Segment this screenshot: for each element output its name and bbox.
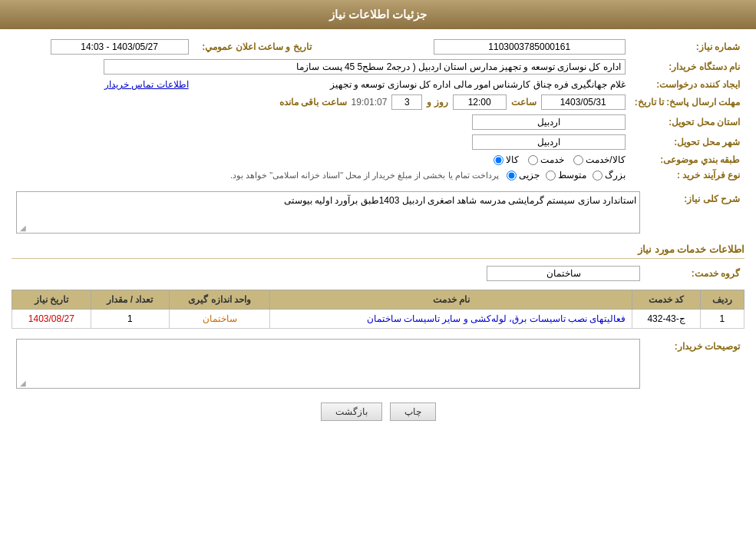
- row-shomara: شماره نياز: 1103003785000161 تاريخ و ساع…: [12, 37, 744, 57]
- cell-vahed_andazegiri: ساختمان: [170, 310, 270, 329]
- info-table: شماره نياز: 1103003785000161 تاريخ و ساع…: [12, 37, 744, 183]
- radio-motevasset-label: متوسط: [558, 170, 586, 181]
- resize-handle[interactable]: ◢: [18, 224, 26, 231]
- cell-nam_khedmat: فعاليتهای نصب تاسيسات برق، لوله‌کشی و سا…: [270, 310, 632, 329]
- radio-kala-khedmat[interactable]: کالا/خدمت: [573, 154, 625, 165]
- ijad-konande-value-cell: غلام جهانگيری فره چناق کارشناس امور مالی…: [193, 77, 630, 92]
- baqi-mande-display: 19:01:07: [352, 97, 388, 108]
- sharh-table: شرح کلی نياز: استاندارد سازی سيستم گرماي…: [12, 189, 744, 236]
- col-tarikh-niaz: تاريخ نياز: [12, 290, 91, 310]
- radio-jozii[interactable]: جزيی: [507, 170, 540, 181]
- col-radif: رديف: [700, 290, 744, 310]
- shahr-tahvil-label: شهر محل تحويل:: [630, 132, 744, 152]
- cell-tarikh_niaz: 1403/08/27: [12, 310, 91, 329]
- mohlat-value-cell: 1403/05/31 ساعت 12:00 روز و 3 19:01:07 س…: [12, 92, 630, 112]
- shomara-niaz-label: شماره نياز:: [630, 37, 744, 57]
- noe-radio-group: بزرگ متوسط جزيی: [507, 170, 626, 181]
- col-nam-khedmat: نام خدمت: [270, 290, 632, 310]
- nam-dastgah-value-cell: اداره کل نوسازی توسعه و تجهيز مدارس استا…: [12, 57, 630, 77]
- print-button[interactable]: چاپ: [390, 403, 436, 421]
- table-row: 1ج-43-432فعاليتهای نصب تاسيسات برق، لوله…: [12, 310, 744, 329]
- sharh-container: استاندارد سازی سيستم گرمايشی مدرسه شاهد …: [16, 191, 640, 234]
- radio-kala-input[interactable]: [494, 155, 503, 165]
- row-ostan: استان محل تحويل: اردبيل: [12, 112, 744, 132]
- row-grohe: گروه خدمت: ساختمان: [12, 263, 744, 283]
- noe-row: بزرگ متوسط جزيی: [16, 170, 626, 181]
- tosihaat-label: توصيحات خريدار:: [645, 336, 744, 391]
- cell-tedad_megdar: 1: [91, 310, 169, 329]
- tabaqe-bandi-label: طبقه بندي موضوعی:: [630, 152, 744, 167]
- radio-motevasset-input[interactable]: [546, 171, 556, 181]
- services-table-body: 1ج-43-432فعاليتهای نصب تاسيسات برق، لوله…: [12, 310, 744, 329]
- radio-kala-label: کالا: [506, 154, 519, 165]
- sharh-text: استاندارد سازی سيستم گرمايشی مدرسه شاهد …: [20, 195, 636, 206]
- services-header-row: رديف کد خدمت نام خدمت واحد اندازه گيری ت…: [12, 290, 744, 310]
- radio-khedmat[interactable]: خدمت: [528, 154, 564, 165]
- radio-bozorg-input[interactable]: [593, 171, 602, 181]
- baqi-mande-label: ساعت باقی مانده: [279, 97, 347, 108]
- shomara-niaz-display: 1103003785000161: [434, 39, 626, 55]
- tarikh-aalan-display: 1403/05/27 - 14:03: [51, 39, 189, 55]
- tosihaat-container: ◢: [16, 339, 640, 389]
- mohlat-label: مهلت ارسال پاسخ: تا تاريخ:: [630, 92, 744, 112]
- grohe-khedmat-value-cell: ساختمان: [12, 263, 645, 283]
- row-tabaqe: طبقه بندي موضوعی: کالا/خدمت خدمت: [12, 152, 744, 167]
- tabaqe-bandi-value-cell: کالا/خدمت خدمت کالا: [12, 152, 630, 167]
- bazgasht-button[interactable]: بازگشت: [321, 403, 382, 421]
- ostan-tahvil-value-cell: اردبيل: [12, 112, 630, 132]
- row-nam-dastgah: نام دستگاه خريدار: اداره کل نوسازی توسعه…: [12, 57, 744, 77]
- shahr-display: اردبيل: [472, 134, 626, 150]
- radio-kala[interactable]: کالا: [494, 154, 519, 165]
- main-content: شماره نياز: 1103003785000161 تاريخ و ساع…: [0, 29, 756, 429]
- grohe-table: گروه خدمت: ساختمان: [12, 263, 744, 283]
- tarikh-aalan-label-cell: تاريخ و ساعت اعلان عمومي:: [193, 37, 316, 57]
- radio-bozorg[interactable]: بزرگ: [593, 170, 626, 181]
- radio-kala-khedmat-input[interactable]: [573, 155, 583, 165]
- grohe-display: ساختمان: [487, 266, 640, 281]
- cell-radif: 1: [700, 310, 744, 329]
- row-sharh: شرح کلی نياز: استاندارد سازی سيستم گرماي…: [12, 189, 744, 236]
- services-table: رديف کد خدمت نام خدمت واحد اندازه گيری ت…: [12, 290, 744, 329]
- rooz-label: روز و: [427, 97, 447, 108]
- ostan-display: اردبيل: [472, 114, 626, 130]
- tabaqe-radio-group: کالا/خدمت خدمت کالا: [16, 154, 626, 165]
- header-bar: جزئيات اطلاعات نياز: [0, 0, 756, 29]
- noe-farayand-value-cell: بزرگ متوسط جزيی: [12, 167, 630, 183]
- ijad-konande-label: ايجاد كننده درخواست:: [630, 77, 744, 92]
- radio-motevasset[interactable]: متوسط: [546, 170, 586, 181]
- mohlat-inline: 1403/05/31 ساعت 12:00 روز و 3 19:01:07 س…: [16, 94, 626, 110]
- tosihaat-table: توصيحات خريدار: ◢: [12, 336, 744, 391]
- noe-description: پرداخت تمام يا بخشی از مبلغ خريدار از مح…: [230, 171, 499, 181]
- row-mohlat: مهلت ارسال پاسخ: تا تاريخ: 1403/05/31 سا…: [12, 92, 744, 112]
- shahr-tahvil-value-cell: اردبيل: [12, 132, 630, 152]
- radio-jozii-label: جزيی: [519, 170, 540, 181]
- radio-kala-khedmat-label: کالا/خدمت: [586, 154, 625, 165]
- ijad-konande-display: غلام جهانگيری فره چناق کارشناس امور مالی…: [257, 79, 626, 90]
- saat-label: ساعت: [511, 97, 536, 108]
- page-title: جزئيات اطلاعات نياز: [329, 8, 427, 21]
- ettelaat-tamas-link[interactable]: اطلاعات تماس خريدار: [104, 79, 189, 90]
- radio-khedmat-input[interactable]: [528, 155, 538, 165]
- nam-dastgah-display: اداره کل نوسازی توسعه و تجهيز مدارس استا…: [104, 59, 626, 75]
- tosihaat-resize-handle[interactable]: ◢: [18, 379, 26, 386]
- tosihaat-value-cell: ◢: [12, 336, 645, 391]
- tarikh-aalan-label: تاريخ و ساعت اعلان عمومي:: [202, 41, 311, 52]
- shomara-niaz-value: 1103003785000161: [316, 37, 630, 57]
- tarikh-display: 1403/05/31: [541, 94, 626, 110]
- row-noe-farayand: نوع فرآيند خريد : بزرگ متوسط: [12, 167, 744, 183]
- tarikh-aalan-value-cell: 1403/05/27 - 14:03: [12, 37, 193, 57]
- col-vahed: واحد اندازه گيری: [170, 290, 270, 310]
- sharh-label: شرح کلی نياز:: [645, 189, 744, 236]
- ettelaat-tamas-cell: اطلاعات تماس خريدار: [12, 77, 193, 92]
- radio-jozii-input[interactable]: [507, 171, 517, 181]
- ostan-tahvil-label: استان محل تحويل:: [630, 112, 744, 132]
- khadamat-section-title: اطلاعات خدمات مورد نياز: [12, 243, 744, 259]
- sharh-value-cell: استاندارد سازی سيستم گرمايشی مدرسه شاهد …: [12, 189, 645, 236]
- services-table-head: رديف کد خدمت نام خدمت واحد اندازه گيری ت…: [12, 290, 744, 310]
- radio-khedmat-label: خدمت: [540, 154, 564, 165]
- page-container: جزئيات اطلاعات نياز شماره نياز: 11030037…: [0, 0, 756, 540]
- row-tosihaat: توصيحات خريدار: ◢: [12, 336, 744, 391]
- grohe-khedmat-label: گروه خدمت:: [645, 263, 744, 283]
- col-kod-khedmat: کد خدمت: [632, 290, 700, 310]
- saat-display: 12:00: [453, 94, 507, 110]
